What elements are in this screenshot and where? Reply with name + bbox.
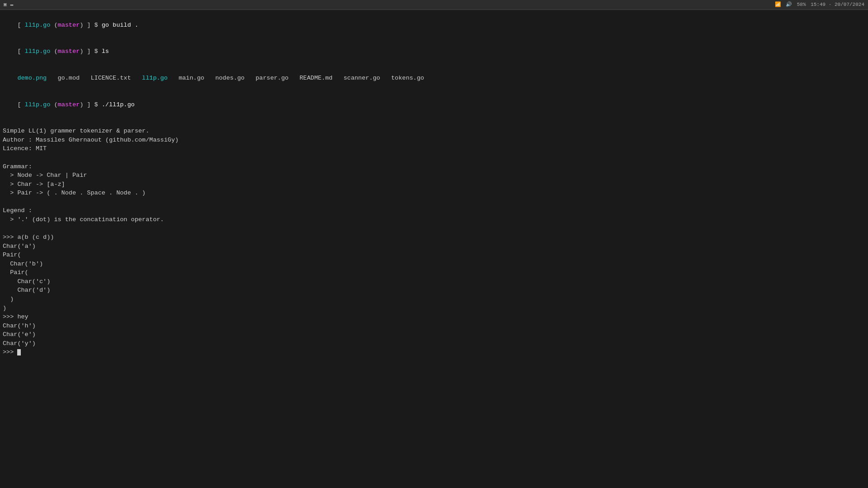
repl-output: Char('y') — [3, 339, 865, 348]
datetime: 15:49 · 20/07/2024 — [811, 2, 864, 7]
output-line: > Char -> [a-z] — [3, 180, 865, 189]
repl-output: ) — [3, 304, 865, 313]
output-line: > '.' (dot) is the concatination operato… — [3, 215, 865, 224]
minimize-icon[interactable]: ▬ — [10, 1, 14, 9]
empty-line — [3, 118, 865, 127]
output-line: > Pair -> ( . Node . Space . Node . ) — [3, 189, 865, 198]
window-icon: ▣ — [4, 1, 7, 9]
repl-output: Char('d') — [3, 286, 865, 295]
output-line: Legend : — [3, 206, 865, 215]
repl-input: >>> a(b (c d)) — [3, 233, 865, 242]
repl-output: Char('b') — [3, 260, 865, 269]
output-line: Simple LL(1) grammer tokenizer & parser. — [3, 127, 865, 136]
output-line: Author : Massiles Ghernaout (github.com/… — [3, 136, 865, 145]
battery-status: 📶 🔊 58% 15:49 · 20/07/2024 — [775, 1, 864, 9]
repl-output: Char('h') — [3, 322, 865, 331]
terminal-cursor — [17, 349, 21, 355]
terminal-line: [ ll1p.go (master) ] $ ./ll1p.go — [3, 91, 865, 118]
repl-output: Pair( — [3, 268, 865, 277]
ls-output: demo.png go.mod LICENCE.txt ll1p.go main… — [3, 65, 865, 91]
repl-output: Char('e') — [3, 330, 865, 339]
output-line: > Node -> Char | Pair — [3, 171, 865, 180]
repl-prompt-active[interactable]: >>> — [3, 348, 865, 357]
terminal[interactable]: [ ll1p.go (master) ] $ go build . [ ll1p… — [0, 10, 868, 488]
empty-line — [3, 224, 865, 233]
terminal-line: [ ll1p.go (master) ] $ ls — [3, 38, 865, 65]
repl-output: ) — [3, 295, 865, 304]
repl-output: Pair( — [3, 251, 865, 260]
titlebar: ▣ ▬ 📶 🔊 58% 15:49 · 20/07/2024 — [0, 0, 868, 10]
repl-output: Char('a') — [3, 242, 865, 251]
volume-icon: 🔊 — [786, 2, 792, 7]
empty-line — [3, 153, 865, 162]
terminal-line: [ ll1p.go (master) ] $ go build . — [3, 12, 865, 38]
repl-input: >>> hey — [3, 313, 865, 322]
signal-icon: 📶 — [775, 2, 781, 7]
output-line: Grammar: — [3, 162, 865, 171]
battery-percent: 58% — [797, 2, 806, 7]
empty-line — [3, 198, 865, 207]
repl-output: Char('c') — [3, 277, 865, 286]
output-line: Licence: MIT — [3, 144, 865, 153]
